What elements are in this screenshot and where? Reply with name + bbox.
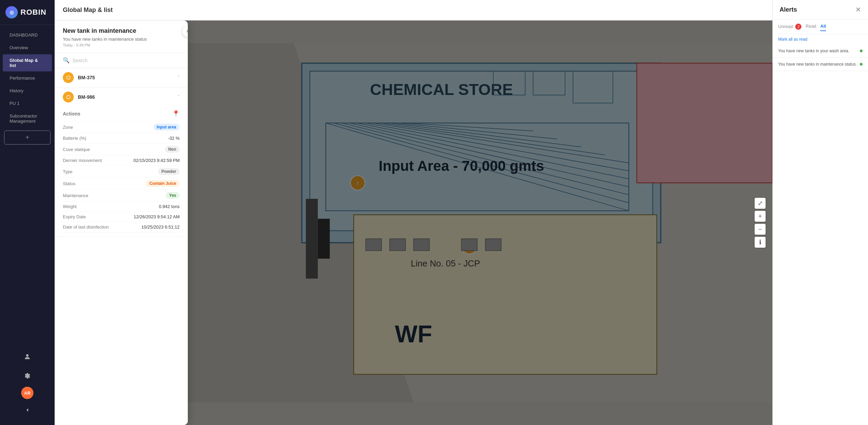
modal-panel: × New tank in maintenance You have new t… (55, 20, 188, 425)
tank-item-bm986: ⬡ BM-986 ˄ Actions 📍 (55, 87, 188, 237)
alerts-title: Alerts (780, 6, 797, 13)
top-header: Global Map & list (55, 0, 772, 20)
main-content: Global Map & list CHEMICAL STORE (55, 0, 772, 425)
type-row: Type Powder (63, 166, 180, 178)
alerts-tabs: Unread 2 Read All (773, 19, 868, 34)
search-input[interactable] (72, 58, 180, 63)
tank-chevron-bm986: ˄ (178, 95, 180, 99)
batterie-label: Batterie (%) (63, 136, 86, 141)
zone-label: Zone (63, 125, 73, 130)
map-controls: ⤢ + − ℹ (755, 198, 766, 248)
modal-search-bar: 🔍 (55, 53, 188, 68)
modal-body: ⬡ BM-375 ˅ ⬡ BM-986 ˄ (55, 68, 188, 425)
content-area: CHEMICAL STORE Input Area - 70,000 gmts (55, 20, 772, 425)
tank-icon-bm986: ⬡ (63, 92, 74, 102)
alerts-tab-all[interactable]: All (820, 22, 826, 31)
maintenance-value: Yes (166, 192, 180, 199)
sidebar-item-global-map[interactable]: Global Map & list (3, 54, 52, 71)
cuve-label: Cuve statique (63, 147, 90, 152)
tank-header-bm986[interactable]: ⬡ BM-986 ˄ (55, 87, 188, 107)
page-title: Global Map & list (63, 6, 113, 14)
weight-value: 0.942 tons (159, 204, 180, 209)
map-expand-button[interactable]: ⤢ (755, 198, 766, 209)
sidebar: ◎ ROBIN DASHBOARD Overview Global Map & … (0, 0, 55, 425)
tank-item-bm375: ⬡ BM-375 ˅ (55, 68, 188, 87)
app-logo-text: ROBIN (20, 8, 46, 17)
sidebar-item-history[interactable]: History (3, 85, 52, 97)
tank-name-bm375: BM-375 (78, 75, 173, 80)
batterie-row: Batterie (%) -32 % (63, 133, 180, 143)
maintenance-row: Maintenance Yes (63, 190, 180, 202)
zone-value: Input area (153, 124, 180, 131)
disinfection-label: Date of last disinfection (63, 224, 109, 230)
sidebar-item-pu1[interactable]: PU 1 (3, 97, 52, 109)
user-avatar[interactable]: AR (21, 387, 33, 399)
modal-overlay: × New tank in maintenance You have new t… (55, 20, 772, 425)
cuve-value: Non (165, 146, 180, 153)
cuve-row: Cuve statique Non (63, 143, 180, 155)
status-value: Contain Juice (146, 180, 180, 187)
tank-header-bm375[interactable]: ⬡ BM-375 ˅ (55, 68, 188, 87)
alert-item-2: You have new tanks in maintenance status… (773, 58, 868, 71)
tank-chevron-bm375: ˅ (178, 75, 180, 80)
modal-header: New tank in maintenance You have new tan… (55, 20, 188, 53)
type-label: Type (63, 169, 72, 174)
alerts-panel: Alerts ✕ Unread 2 Read All Mark all as r… (772, 0, 868, 425)
dernier-row: Dernier mouvement 02/15/2023 9:42:59 PM (63, 155, 180, 166)
location-pin-icon[interactable]: 📍 (172, 110, 180, 118)
modal-time: Today - 5:39 PM (63, 43, 180, 47)
dernier-value: 02/15/2023 9:42:59 PM (134, 158, 180, 163)
sidebar-bottom: AR (20, 348, 34, 425)
dernier-label: Dernier mouvement (63, 158, 102, 163)
map-area: CHEMICAL STORE Input Area - 70,000 gmts (55, 20, 772, 425)
tank-details-bm986: Actions 📍 Zone Input area (55, 107, 188, 236)
sidebar-collapse-icon[interactable] (20, 403, 34, 417)
alerts-close-button[interactable]: ✕ (855, 5, 861, 14)
alert-dot-1 (860, 50, 863, 52)
disinfection-value: 10/25/2023 6:51:12 (141, 224, 180, 230)
map-zoom-in-button[interactable]: + (755, 211, 766, 222)
actions-row: Actions 📍 (63, 107, 180, 121)
search-icon: 🔍 (63, 57, 70, 64)
sidebar-item-subcontractor[interactable]: Subcontractor Management (3, 110, 52, 127)
alert-dot-2 (860, 63, 863, 66)
svg-point-0 (26, 354, 28, 357)
app-logo-icon: ◎ (5, 6, 18, 18)
sidebar-settings-icon[interactable] (20, 369, 34, 383)
sidebar-item-dashboard[interactable]: DASHBOARD (3, 29, 52, 41)
map-info-button[interactable]: ℹ (755, 237, 766, 248)
alerts-tab-read[interactable]: Read (806, 22, 816, 31)
alert-item-1: You have new tanks in your wash area. (773, 44, 868, 58)
expiry-label: Expiry Date (63, 214, 86, 219)
tank-name-bm986: BM-986 (78, 94, 173, 100)
maintenance-label: Maintenance (63, 193, 88, 198)
actions-label: Actions (63, 111, 80, 116)
batterie-value: -32 % (168, 136, 180, 141)
sidebar-logo: ◎ ROBIN (0, 0, 55, 25)
add-nav-button[interactable]: + (4, 131, 51, 145)
status-row: Status Contain Juice (63, 178, 180, 190)
zone-row: Zone Input area (63, 121, 180, 133)
status-label: Status (63, 181, 75, 186)
type-value: Powder (158, 168, 180, 175)
sidebar-nav: DASHBOARD Overview Global Map & list Per… (0, 25, 55, 151)
alerts-header: Alerts ✕ (773, 0, 868, 19)
sidebar-item-overview[interactable]: Overview (3, 42, 52, 54)
mark-as-read-button[interactable]: Mark all as read (773, 34, 868, 44)
map-zoom-out-button[interactable]: − (755, 224, 766, 235)
tank-icon-bm375: ⬡ (63, 72, 74, 83)
modal-title: New tank in maintenance (63, 27, 180, 35)
disinfection-row: Date of last disinfection 10/25/2023 6:5… (63, 222, 180, 232)
sidebar-item-performance[interactable]: Performance (3, 72, 52, 84)
expiry-row: Expiry Date 12/26/2023 9:54:12 AM (63, 212, 180, 222)
unread-badge: 2 (795, 24, 801, 30)
expiry-value: 12/26/2023 9:54:12 AM (134, 214, 180, 219)
modal-subtitle: You have new tanks in maintenance status (63, 37, 180, 42)
weight-label: Weight (63, 204, 76, 209)
weight-row: Weight 0.942 tons (63, 202, 180, 212)
sidebar-user-icon[interactable] (20, 350, 34, 364)
alerts-tab-unread[interactable]: Unread 2 (778, 22, 801, 31)
